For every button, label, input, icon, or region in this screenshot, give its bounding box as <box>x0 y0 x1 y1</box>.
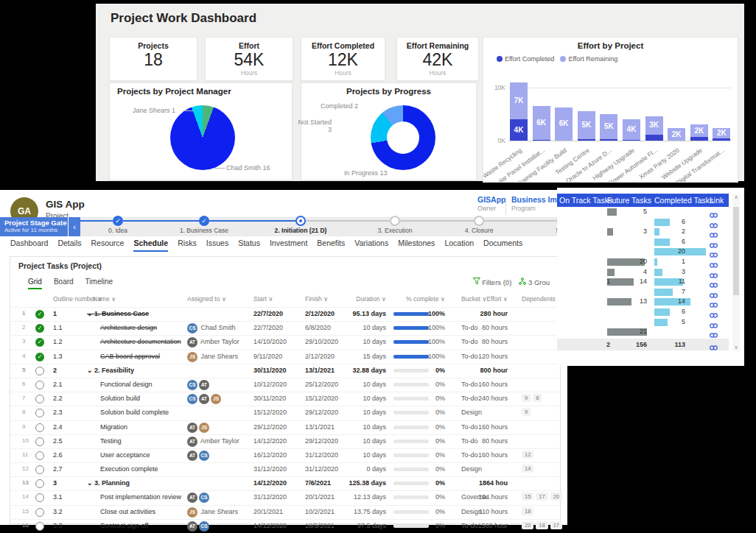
panel-column-future-tasks[interactable]: Future Tasks <box>607 196 651 205</box>
total-link[interactable] <box>709 341 718 354</box>
panel-row[interactable]: 7 <box>557 287 729 297</box>
tab-status[interactable]: Status <box>238 239 260 252</box>
tab-details[interactable]: Details <box>57 239 81 252</box>
task-row[interactable]: 82.3Solution build complete15/12/202029/… <box>10 406 560 420</box>
panel-row[interactable]: 43 <box>557 267 729 278</box>
stage-gate-done[interactable]: ✓ <box>199 216 209 226</box>
panel-column-on-track-tasks[interactable]: On Track Tasks <box>559 196 612 205</box>
bar-completed[interactable]: 4K <box>510 119 528 141</box>
bar-remaining[interactable]: 2K <box>713 128 730 138</box>
panel-row[interactable]: 20 <box>557 247 729 257</box>
bar-remaining[interactable]: 7K <box>510 82 528 119</box>
task-name[interactable]: Architecture design <box>100 324 157 331</box>
bar-completed[interactable] <box>690 137 708 141</box>
tab-issues[interactable]: Issues <box>206 239 228 252</box>
status-circle-icon[interactable] <box>35 508 44 517</box>
panel-row[interactable]: 6 <box>557 307 729 317</box>
stage-gate-future[interactable] <box>474 216 484 226</box>
panel-column-link[interactable]: Link <box>710 196 724 205</box>
tab-resource[interactable]: Resource <box>91 239 124 252</box>
status-circle-icon[interactable] <box>35 479 44 488</box>
panel-row[interactable]: 5 <box>557 207 729 217</box>
status-circle-icon[interactable] <box>35 493 44 502</box>
task-name[interactable]: Functional design <box>100 381 153 388</box>
task-row[interactable]: 4✓1.3CAB board approvalJS Jane Shears9/1… <box>10 350 560 364</box>
panel-row[interactable]: 5 <box>557 317 729 328</box>
task-name[interactable]: ⌄ 3. Planning <box>87 479 130 487</box>
task-name[interactable]: User acceptance <box>100 451 150 459</box>
tab-documents[interactable]: Documents <box>483 239 522 252</box>
column-header-effort[interactable]: Effort ∨ <box>486 295 508 303</box>
view-tab-board[interactable]: Board <box>54 278 74 289</box>
task-name[interactable]: Testing <box>100 437 122 445</box>
task-row[interactable]: 52⌄ 2. Feasibility30/11/202013/1/202132.… <box>10 364 560 378</box>
task-name[interactable]: Solution build <box>100 395 140 402</box>
task-row[interactable]: 112.6User acceptanceATCS16/12/202031/12/… <box>10 448 560 462</box>
scroll-down-icon[interactable]: ∨ <box>732 345 740 350</box>
tab-benefits[interactable]: Benefits <box>317 239 345 252</box>
task-name[interactable]: ⌄ 2. Feasibility <box>87 367 134 374</box>
task-name[interactable]: Close out activities <box>100 508 155 515</box>
task-name[interactable]: Post implementation review <box>100 493 181 501</box>
task-row[interactable]: 153.2Close out activitiesJS Jane Shears2… <box>10 505 560 519</box>
column-header-name[interactable]: Name ∨ <box>93 295 116 303</box>
status-circle-icon[interactable] <box>35 381 44 389</box>
status-circle-icon[interactable] <box>35 423 44 432</box>
bar-remaining[interactable]: 5K <box>578 111 595 138</box>
bar-remaining[interactable]: 2K <box>668 128 685 141</box>
bar-completed[interactable] <box>623 140 640 141</box>
task-name[interactable]: CAB board approval <box>100 353 160 360</box>
bar-remaining[interactable]: 4K <box>623 119 640 139</box>
pie-chart[interactable] <box>170 105 235 170</box>
bar-remaining[interactable]: 3K <box>645 116 663 135</box>
view-tab-grid[interactable]: Grid <box>28 278 42 289</box>
banner-collapse-button[interactable]: ‹ <box>68 217 80 236</box>
task-row[interactable]: 143.1Post implementation reviewATCS31/12… <box>10 490 560 504</box>
status-circle-icon[interactable] <box>35 465 44 474</box>
tab-risks[interactable]: Risks <box>178 239 197 252</box>
task-name[interactable]: Migration <box>100 423 127 431</box>
task-row[interactable]: 122.7Execution complete31/12/202031/12/2… <box>10 462 560 476</box>
bar-remaining[interactable]: 2K <box>690 124 708 137</box>
column-header-assigned-to[interactable]: Assigned to ∨ <box>187 295 226 303</box>
tab-schedule[interactable]: Schedule <box>133 239 168 252</box>
view-tab-timeline[interactable]: Timeline <box>85 278 113 289</box>
bar-completed[interactable] <box>578 139 595 141</box>
status-circle-icon[interactable] <box>35 409 44 417</box>
task-row[interactable]: 163.3Contract sign offATCS14/12/202018/5… <box>10 519 560 533</box>
panel-row[interactable]: 1314 <box>557 297 729 307</box>
owner-link[interactable]: GISApp <box>477 195 506 204</box>
panel-scrollbar[interactable]: ∧ ∨ <box>732 194 740 351</box>
bar-remaining[interactable]: 6K <box>555 107 573 141</box>
tab-dashboard[interactable]: Dashboard <box>10 239 48 252</box>
task-row[interactable]: 92.4MigrationATJS29/12/202013/1/202110 d… <box>10 420 560 434</box>
bar-completed[interactable] <box>645 135 663 141</box>
status-circle-icon[interactable] <box>35 367 44 375</box>
panel-row[interactable]: 32 <box>557 227 729 237</box>
link-icon[interactable] <box>709 345 718 351</box>
panel-column-completed-tasks[interactable]: Completed Tasks <box>654 196 713 205</box>
bar-remaining[interactable]: 6K <box>533 106 550 140</box>
task-row[interactable]: 2✓1.1Architecture designCS Chad Smith22/… <box>10 321 560 335</box>
task-name[interactable]: Solution build complete <box>100 409 169 416</box>
task-row[interactable]: 102.5TestingAT Amber Taylor14/12/202029/… <box>10 434 560 448</box>
task-row[interactable]: 1✓1⌄ 1. Business Case22/7/20202/12/20209… <box>10 307 560 321</box>
status-complete-icon[interactable]: ✓ <box>35 310 44 319</box>
tab-location[interactable]: Location <box>444 239 474 252</box>
scroll-up-icon[interactable]: ∧ <box>732 194 740 200</box>
scroll-thumb[interactable] <box>733 207 739 295</box>
task-row[interactable]: 72.2Solution buildCSATJS30/11/202015/12/… <box>10 392 560 406</box>
panel-row[interactable]: 201 <box>557 257 729 267</box>
task-name[interactable]: Architecture documentation <box>100 338 181 345</box>
bar-completed[interactable] <box>533 140 550 141</box>
status-complete-icon[interactable]: ✓ <box>35 324 44 333</box>
panel-row[interactable]: 6 <box>557 217 729 227</box>
status-complete-icon[interactable]: ✓ <box>35 338 44 347</box>
tab-milestones[interactable]: Milestones <box>398 239 435 252</box>
task-name[interactable]: ⌄ 1. Business Case <box>87 310 149 317</box>
status-circle-icon[interactable] <box>35 395 44 403</box>
group-button[interactable]: 3 Grou <box>519 278 550 286</box>
tab-investment[interactable]: Investment <box>270 239 307 252</box>
status-circle-icon[interactable] <box>35 522 44 531</box>
status-circle-icon[interactable] <box>35 451 44 460</box>
